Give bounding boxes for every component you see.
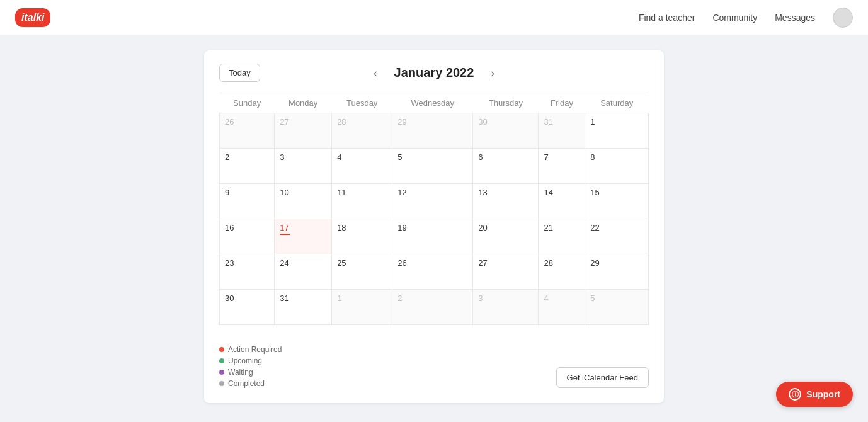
day-number: 23 [225,258,234,268]
calendar-card: Today ‹ January 2022 › SundayMondayTuesd… [204,50,664,403]
calendar-day-cell[interactable]: 20 [473,219,539,254]
prev-month-button[interactable]: ‹ [367,67,384,79]
calendar-day-cell[interactable]: 28 [539,254,585,290]
header: italki Find a teacher Community Messages [0,0,868,35]
weekday-header: Friday [539,93,585,113]
calendar-day-cell[interactable]: 19 [392,219,473,254]
legend-label: Completed [228,379,265,388]
calendar-day-cell[interactable]: 23 [220,254,275,290]
day-number: 6 [478,152,483,162]
calendar-day-cell[interactable]: 11 [332,184,392,219]
legend-footer-row: Action RequiredUpcomingWaitingCompleted … [219,335,649,388]
weekday-header: Wednesday [392,93,473,113]
calendar-day-cell[interactable]: 16 [220,219,275,254]
calendar-day-cell[interactable]: 31 [275,290,332,325]
calendar-day-cell[interactable]: 6 [473,149,539,184]
legend-item: Completed [219,379,282,388]
logo: italki [15,8,50,27]
day-number: 29 [590,258,599,268]
calendar-day-cell[interactable]: 30 [220,290,275,325]
day-number: 20 [478,223,487,232]
calendar-week-row: 2345678 [220,149,649,184]
day-number: 12 [397,188,406,197]
calendar-day-cell[interactable]: 26 [220,113,275,149]
day-number: 27 [280,117,288,127]
weekdays-row: SundayMondayTuesdayWednesdayThursdayFrid… [220,93,649,113]
day-number: 28 [544,258,552,268]
day-number: 17 [280,223,288,232]
month-title: January 2022 [384,66,484,80]
get-ical-button[interactable]: Get iCalendar Feed [556,367,649,388]
legend-item: Upcoming [219,356,282,365]
support-label: Support [806,389,840,399]
day-number: 1 [337,294,341,303]
today-button[interactable]: Today [219,64,260,82]
legend-label: Action Required [228,345,282,354]
calendar-day-cell[interactable]: 2 [392,290,473,325]
calendar-day-cell[interactable]: 22 [585,219,649,254]
calendar-day-cell[interactable]: 21 [539,219,585,254]
day-number: 11 [337,188,346,197]
calendar-day-cell[interactable]: 7 [539,149,585,184]
messages-link[interactable]: Messages [775,13,815,23]
weekday-header: Saturday [585,93,649,113]
calendar-day-cell[interactable]: 14 [539,184,585,219]
calendar-day-cell[interactable]: 1 [585,113,649,149]
day-number: 22 [590,223,599,232]
day-number: 5 [397,152,402,162]
day-number: 3 [280,152,284,162]
day-number: 13 [478,188,487,197]
find-teacher-link[interactable]: Find a teacher [639,13,695,23]
day-number: 26 [397,258,406,268]
calendar-day-cell[interactable]: 17 [275,219,332,254]
calendar-day-cell[interactable]: 27 [473,254,539,290]
calendar-day-cell[interactable]: 29 [585,254,649,290]
calendar-day-cell[interactable]: 8 [585,149,649,184]
calendar-day-cell[interactable]: 29 [392,113,473,149]
day-number: 31 [544,117,552,127]
day-number: 25 [337,258,346,268]
calendar-day-cell[interactable]: 5 [585,290,649,325]
weekday-header: Sunday [220,93,275,113]
day-number: 30 [478,117,487,127]
day-number: 19 [397,223,406,232]
calendar-day-cell[interactable]: 3 [275,149,332,184]
community-link[interactable]: Community [712,13,757,23]
day-number: 7 [544,152,548,162]
legend-item: Waiting [219,368,282,377]
day-number: 28 [337,117,346,127]
calendar-day-cell[interactable]: 9 [220,184,275,219]
day-number: 10 [280,188,288,197]
calendar-day-cell[interactable]: 2 [220,149,275,184]
calendar-day-cell[interactable]: 4 [539,290,585,325]
calendar-day-cell[interactable]: 5 [392,149,473,184]
calendar-day-cell[interactable]: 30 [473,113,539,149]
avatar[interactable] [833,8,853,28]
day-number: 3 [478,294,483,303]
calendar-day-cell[interactable]: 4 [332,149,392,184]
calendar-table: SundayMondayTuesdayWednesdayThursdayFrid… [219,93,649,325]
day-number: 24 [280,258,288,268]
day-number: 31 [280,294,288,303]
calendar-day-cell[interactable]: 15 [585,184,649,219]
calendar-day-cell[interactable]: 1 [332,290,392,325]
day-number: 14 [544,188,552,197]
calendar-day-cell[interactable]: 31 [539,113,585,149]
calendar-day-cell[interactable]: 25 [332,254,392,290]
day-number: 2 [397,294,402,303]
legend-item: Action Required [219,345,282,354]
calendar-day-cell[interactable]: 26 [392,254,473,290]
calendar-body: 2627282930311234567891011121314151617181… [220,113,649,325]
calendar-day-cell[interactable]: 10 [275,184,332,219]
next-month-button[interactable]: › [484,67,501,79]
legend-label: Waiting [228,368,253,377]
calendar-day-cell[interactable]: 12 [392,184,473,219]
calendar-day-cell[interactable]: 27 [275,113,332,149]
calendar-day-cell[interactable]: 13 [473,184,539,219]
calendar-day-cell[interactable]: 24 [275,254,332,290]
calendar-day-cell[interactable]: 3 [473,290,539,325]
calendar-day-cell[interactable]: 18 [332,219,392,254]
day-number: 4 [337,152,341,162]
calendar-day-cell[interactable]: 28 [332,113,392,149]
support-button[interactable]: ⓘ Support [776,382,853,407]
